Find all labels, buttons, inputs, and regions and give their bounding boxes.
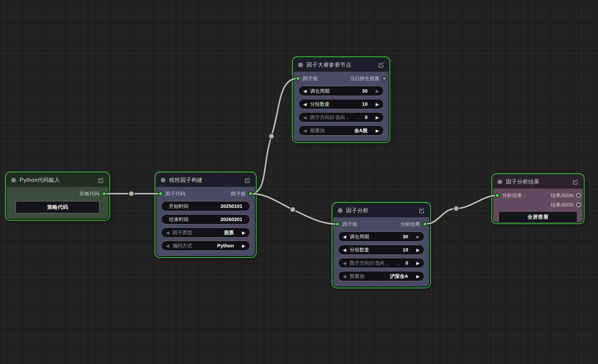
- decrement-arrow-icon[interactable]: ◀: [342, 248, 347, 252]
- increment-arrow-icon[interactable]: ▶: [241, 230, 246, 235]
- increment-arrow-icon[interactable]: ▶: [416, 248, 420, 252]
- node-header[interactable]: Python代码输入: [7, 173, 108, 187]
- node-header[interactable]: 因子大赛参赛节点: [294, 58, 389, 72]
- increment-arrow-icon[interactable]: ▶: [416, 274, 420, 278]
- widget-label: 结束时间: [169, 216, 189, 223]
- node-header[interactable]: 因子分析: [333, 204, 429, 217]
- edge-analysis-result[interactable]: [425, 195, 497, 224]
- output-label: 当日持仓股票: [350, 75, 379, 82]
- widget-value[interactable]: 股票: [224, 229, 234, 236]
- output-label: 结果JSON: [551, 192, 574, 199]
- decrement-arrow-icon[interactable]: ◀: [342, 261, 347, 265]
- collapse-dot-icon[interactable]: [338, 208, 342, 213]
- widget-value[interactable]: 10: [403, 247, 408, 252]
- edit-icon[interactable]: [378, 62, 384, 68]
- collapse-dot-icon[interactable]: [497, 179, 502, 184]
- widget-factor-type[interactable]: ◀ 因子类型 股票 ▶: [161, 227, 250, 238]
- widget-rebalance-period[interactable]: ◀ 调仓周期 30 ▶: [338, 232, 424, 242]
- output-port-factor-value[interactable]: [248, 192, 253, 196]
- output-port-result-json[interactable]: [576, 202, 581, 207]
- decrement-arrow-icon[interactable]: ◀: [342, 274, 347, 278]
- node-analysis-result[interactable]: 因子分析结果 分析结果 结果JSON 结果JSON 全屏查看: [493, 175, 583, 222]
- widget-stock-pool[interactable]: ◀ 股票池 沪深全A ▶: [338, 271, 424, 281]
- node-header[interactable]: 因子分析结果: [493, 175, 583, 189]
- ellipsis-text: ...: [396, 261, 400, 266]
- input-port-analysis-result[interactable]: [495, 193, 500, 198]
- collapse-dot-icon[interactable]: [161, 178, 165, 183]
- node-linear-factor-builder[interactable]: 线性因子构建 因子代码 因子值 开始时间 20250101 结束时间 20260…: [156, 173, 255, 256]
- increment-arrow-icon[interactable]: ▶: [241, 244, 246, 248]
- reroute-dot[interactable]: [453, 206, 459, 211]
- collapse-dot-icon[interactable]: [11, 178, 16, 183]
- edit-icon[interactable]: [97, 177, 104, 184]
- node-header[interactable]: 线性因子构建: [156, 173, 255, 187]
- edge-factor-value-to-contest[interactable]: [251, 78, 298, 194]
- widget-value[interactable]: Python: [217, 243, 234, 248]
- collapse-dot-icon[interactable]: [298, 63, 303, 67]
- output-port-holdings[interactable]: [382, 76, 386, 81]
- port-row: 分析结果 结果JSON: [493, 191, 583, 200]
- decrement-arrow-icon[interactable]: ◀: [303, 128, 307, 133]
- edge-factor-value-to-analysis[interactable]: [251, 194, 337, 224]
- input-label: 因子值: [303, 75, 318, 82]
- widget-end-date[interactable]: 结束时间 20260201: [161, 214, 250, 224]
- node-title: 线性因子构建: [169, 177, 240, 184]
- decrement-arrow-icon[interactable]: ◀: [165, 244, 170, 248]
- widget-group-count[interactable]: ◀ 分组数量 10 ▶: [298, 99, 384, 109]
- widget-label: 开始时间: [169, 203, 189, 210]
- widget-group-count[interactable]: ◀ 分组数量 10 ▶: [338, 245, 424, 255]
- reroute-dot[interactable]: [129, 191, 134, 196]
- node-factor-analysis[interactable]: 因子分析 因子值 分析结果 ◀ 调仓周期 30 ▶ ◀ 分组数量 10 ▶ ◀ …: [333, 204, 429, 287]
- widget-start-date[interactable]: 开始时间 20250101: [161, 201, 250, 211]
- node-title: Python代码输入: [20, 177, 94, 184]
- widget-factor-direction[interactable]: ◀ 因子方向(0:负向， ... 0 ▶: [338, 258, 424, 268]
- widget-value[interactable]: 0: [365, 115, 368, 120]
- input-port-factor-code[interactable]: [158, 192, 163, 196]
- input-port-factor-value[interactable]: [335, 222, 340, 226]
- increment-arrow-icon[interactable]: ▶: [416, 261, 420, 265]
- increment-arrow-icon[interactable]: ▶: [375, 89, 380, 93]
- widget-encoding[interactable]: ◀ 编码方式 Python ▶: [161, 241, 250, 251]
- reroute-dot[interactable]: [269, 134, 274, 139]
- node-python-code-input[interactable]: Python代码输入 策略代码 策略代码: [7, 173, 108, 219]
- ellipsis-text: ...: [356, 115, 359, 120]
- widget-value[interactable]: 0: [405, 260, 408, 266]
- node-title: 因子分析: [346, 207, 415, 214]
- increment-arrow-icon[interactable]: ▶: [375, 102, 380, 106]
- widget-value[interactable]: 30: [403, 234, 408, 239]
- widget-label: 调仓周期: [350, 234, 369, 240]
- widget-value[interactable]: 20260201: [220, 217, 242, 222]
- widget-list: ◀ 调仓周期 30 ▶ ◀ 分组数量 10 ▶ ◀ 因子方向(0:负向， ...…: [294, 83, 389, 136]
- widget-value[interactable]: 30: [362, 88, 368, 94]
- increment-arrow-icon[interactable]: ▶: [375, 128, 380, 133]
- edit-icon[interactable]: [418, 208, 425, 214]
- widget-list: 开始时间 20250101 结束时间 20260201 ◀ 因子类型 股票 ▶ …: [156, 198, 255, 251]
- output-port-analysis-result[interactable]: [423, 222, 427, 226]
- edit-icon[interactable]: [572, 179, 578, 185]
- widget-value[interactable]: 20250101: [220, 203, 242, 209]
- widget-rebalance-period[interactable]: ◀ 调仓周期 30 ▶: [298, 86, 384, 96]
- widget-stock-pool[interactable]: ◀ 股票池 全A股 ▶: [298, 125, 384, 136]
- widget-value[interactable]: 10: [362, 101, 368, 107]
- decrement-arrow-icon[interactable]: ◀: [165, 230, 170, 235]
- reroute-dot[interactable]: [290, 207, 295, 212]
- output-port-strategy-code[interactable]: [102, 192, 106, 196]
- decrement-arrow-icon[interactable]: ◀: [303, 115, 307, 120]
- decrement-arrow-icon[interactable]: ◀: [342, 235, 347, 239]
- node-factor-contest[interactable]: 因子大赛参赛节点 因子值 当日持仓股票 ◀ 调仓周期 30 ▶ ◀ 分组数量 1…: [294, 58, 389, 141]
- widget-label: 股票池: [350, 273, 364, 280]
- edit-icon[interactable]: [244, 177, 250, 184]
- node-title: 因子大赛参赛节点: [307, 62, 374, 69]
- widget-factor-direction[interactable]: ◀ 因子方向(0:负向， ... 0 ▶: [298, 112, 384, 122]
- output-port-result-json[interactable]: [576, 193, 581, 198]
- input-port-factor-value[interactable]: [296, 76, 300, 81]
- widget-value[interactable]: 沪深全A: [390, 273, 408, 280]
- increment-arrow-icon[interactable]: ▶: [416, 235, 420, 239]
- increment-arrow-icon[interactable]: ▶: [375, 115, 380, 120]
- fullscreen-view-button[interactable]: 全屏查看: [499, 211, 577, 223]
- decrement-arrow-icon[interactable]: ◀: [303, 102, 307, 106]
- decrement-arrow-icon[interactable]: ◀: [303, 89, 307, 93]
- widget-value[interactable]: 全A股: [354, 127, 368, 134]
- input-label: 因子代码: [165, 191, 185, 197]
- strategy-code-button[interactable]: 策略代码: [16, 201, 99, 213]
